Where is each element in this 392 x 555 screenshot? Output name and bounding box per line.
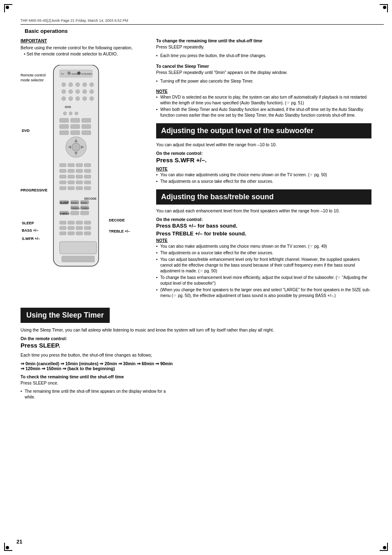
- sleep-timer-content: On the remote control: Press SLEEP. Each…: [21, 336, 371, 404]
- important-label: IMPORTANT: [21, 38, 148, 43]
- svg-rect-31: [82, 124, 91, 129]
- remote-mode-selector-label: Remote controlmode selector: [21, 73, 46, 83]
- svg-rect-55: [76, 181, 83, 184]
- subwoofer-header-box: Adjusting the output level of the subwoo…: [156, 123, 371, 139]
- svg-point-23: [63, 112, 67, 115]
- sleep-timer-section: Using the Sleep Timer Using the Sleep Ti…: [21, 308, 371, 403]
- svg-point-10: [83, 83, 87, 87]
- svg-text:BASS+: BASS+: [71, 202, 78, 204]
- svg-point-20: [83, 97, 87, 101]
- svg-rect-58: [68, 187, 74, 190]
- svg-rect-84: [60, 232, 66, 235]
- sleep-timer-left: On the remote control: Press SLEEP. Each…: [21, 336, 177, 404]
- right-note-label: NOTE: [156, 89, 371, 94]
- svg-rect-48: [84, 169, 91, 173]
- svg-text:S.WFR+/-: S.WFR+/-: [60, 212, 70, 215]
- svg-rect-85: [68, 232, 74, 235]
- svg-rect-29: [60, 124, 69, 129]
- svg-rect-34: [82, 131, 91, 135]
- sleep-timer-title: Using the Sleep Timer: [26, 311, 104, 320]
- sleep-timer-intro: Using the Sleep Timer, you can fall asle…: [21, 327, 371, 334]
- svg-rect-76: [60, 221, 66, 224]
- svg-rect-80: [60, 226, 66, 230]
- sleep-body: Each time you press the button, the shut…: [21, 352, 177, 359]
- svg-point-19: [76, 97, 80, 101]
- svg-rect-83: [84, 226, 91, 230]
- svg-text:TREBLE-: TREBLE-: [81, 207, 90, 210]
- svg-text:BASS-: BASS-: [81, 202, 88, 204]
- svg-text:TV: TV: [61, 73, 64, 75]
- svg-point-21: [90, 97, 94, 101]
- svg-point-17: [62, 97, 66, 101]
- page-number: 21: [16, 539, 22, 545]
- section-title: Basic operations: [25, 28, 384, 34]
- bass-treble-body: You can adjust each enhancement level fr…: [156, 208, 371, 214]
- svg-text:TREBLE+: TREBLE+: [71, 207, 80, 210]
- corner-dot-br: [383, 546, 386, 549]
- svg-rect-44: [84, 164, 91, 167]
- subwoofer-command: Press S.WFR +/–.: [156, 157, 371, 164]
- svg-text:DECODE: DECODE: [84, 197, 97, 200]
- svg-rect-27: [71, 118, 80, 122]
- svg-point-14: [76, 90, 80, 94]
- subwoofer-note-list: You can also make adjustments using the …: [156, 172, 371, 184]
- right-note-section: NOTE When DVD is selected as the source …: [156, 89, 371, 118]
- corner-dot-tl: [6, 6, 9, 9]
- change-time-bullets: Each time you press the button, the shut…: [156, 53, 371, 59]
- check-remaining-title: To check the remaining time until the sh…: [21, 374, 177, 379]
- svg-text:DVD: DVD: [65, 106, 71, 108]
- bass-treble-header-box: Adjusting the bass/treble sound: [156, 189, 371, 205]
- svg-point-5: [77, 71, 81, 75]
- svg-point-3: [67, 71, 71, 75]
- right-column: To change the remaining time until the s…: [156, 38, 371, 304]
- subwoofer-title: Adjusting the output level of the subwoo…: [161, 127, 367, 136]
- svg-rect-88: [60, 242, 97, 254]
- bass-treble-title: Adjusting the bass/treble sound: [161, 193, 367, 202]
- sleep-timer-header-box: Using the Sleep Timer: [21, 308, 110, 323]
- treble-command: Press TREBLE +/– for treble sound.: [156, 230, 371, 237]
- cancel-sleep-body: Press SLEEP repeatedly until "0min" appe…: [156, 69, 371, 76]
- bass-treble-on-remote: On the remote control:: [156, 217, 371, 222]
- svg-point-18: [69, 97, 73, 101]
- svg-rect-45: [60, 169, 66, 173]
- svg-point-15: [83, 90, 87, 94]
- svg-rect-51: [76, 175, 83, 178]
- subwoofer-body: You can adjust the output level within t…: [156, 142, 371, 148]
- svg-rect-57: [60, 187, 66, 190]
- svg-rect-74: [71, 211, 79, 215]
- svg-rect-33: [71, 131, 80, 135]
- svg-rect-49: [60, 175, 66, 178]
- remote-svg: TV AUDIO VCR/DBS: [45, 65, 107, 274]
- svg-point-9: [76, 83, 80, 87]
- svg-rect-42: [68, 164, 74, 167]
- svg-rect-43: [76, 164, 83, 167]
- subwoofer-on-remote: On the remote control:: [156, 151, 371, 156]
- file-info: THF-M65-55-45[J].book Page 21 Friday, Ma…: [21, 18, 384, 25]
- change-time-section: To change the remaining time until the s…: [156, 38, 371, 59]
- corner-dot-tr: [383, 6, 386, 9]
- svg-rect-30: [71, 124, 80, 129]
- svg-rect-53: [60, 181, 66, 184]
- remote-swfr-label: S.WFR +/–: [22, 237, 40, 241]
- svg-point-16: [90, 90, 94, 94]
- corner-dot-bl: [6, 546, 9, 549]
- svg-rect-87: [84, 232, 91, 235]
- remote-decode-label: DECODE: [109, 218, 125, 222]
- svg-rect-54: [68, 181, 74, 184]
- cancel-sleep-bullets: Turning off the power also cancels the S…: [156, 78, 371, 84]
- bass-treble-note-label: NOTE: [156, 238, 371, 243]
- svg-point-13: [69, 90, 73, 94]
- svg-point-12: [62, 90, 66, 94]
- svg-rect-86: [76, 232, 83, 235]
- svg-rect-77: [68, 221, 74, 224]
- svg-rect-46: [68, 169, 74, 173]
- left-column: IMPORTANT Before using the remote contro…: [21, 38, 148, 304]
- right-note-list: When DVD is selected as the source to pl…: [156, 94, 371, 118]
- svg-rect-32: [60, 131, 69, 135]
- remote-progressive-label: PROGRESSIVE: [21, 188, 48, 192]
- subwoofer-note-label: NOTE: [156, 167, 371, 171]
- svg-rect-50: [68, 175, 74, 178]
- svg-rect-47: [76, 169, 83, 173]
- change-time-body: Press SLEEP repeatedly.: [156, 44, 371, 51]
- svg-rect-75: [81, 211, 89, 215]
